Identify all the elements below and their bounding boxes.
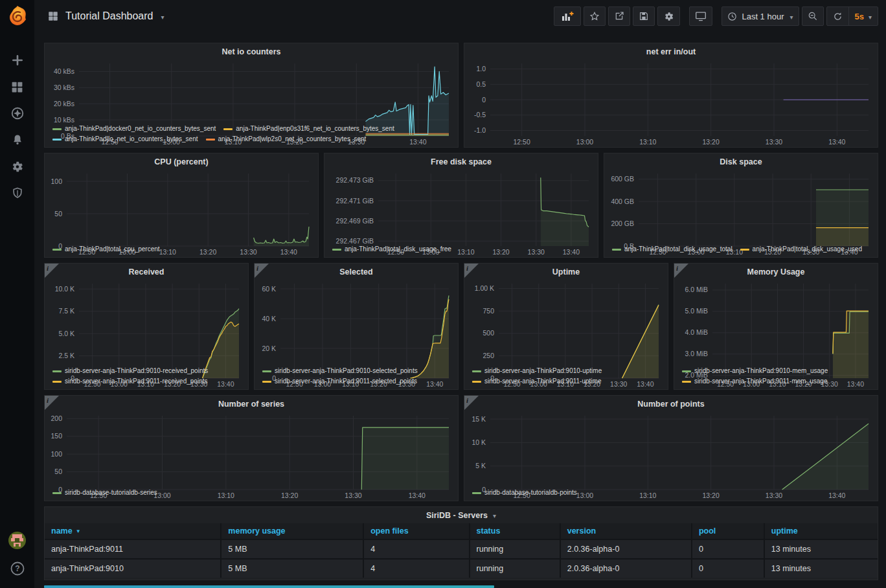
time-series-chart[interactable]: 12:5013:0013:1013:2013:3013:4005 K10 K15… bbox=[467, 412, 875, 488]
panel-uptime: Uptime 12:5013:0013:1013:2013:3013:40025… bbox=[464, 263, 668, 390]
series-color-mark bbox=[223, 128, 233, 130]
panel-title[interactable]: Free disk space bbox=[324, 153, 598, 170]
panel-title[interactable]: Number of series bbox=[45, 396, 458, 412]
panel-title[interactable]: Disk space bbox=[604, 153, 878, 170]
table-column-header[interactable]: pool bbox=[691, 523, 764, 539]
table-column-header[interactable]: open files bbox=[363, 523, 468, 539]
legend-item[interactable]: siridb-database-tutorialdb-points bbox=[472, 488, 577, 498]
dashboard-title-button[interactable]: Tutorial Dashboard bbox=[43, 8, 168, 25]
panel-title[interactable]: Memory Usage bbox=[674, 264, 878, 280]
refresh-interval-dropdown[interactable]: 5s bbox=[848, 7, 878, 25]
svg-text:100: 100 bbox=[51, 450, 62, 458]
svg-text:4.0 MiB: 4.0 MiB bbox=[685, 328, 708, 336]
help-icon[interactable]: ? bbox=[10, 561, 25, 579]
table-column-header[interactable]: memory usage bbox=[220, 523, 363, 539]
table-column-header[interactable]: version bbox=[560, 523, 691, 539]
svg-text:50: 50 bbox=[54, 210, 62, 218]
cycle-view-mode-button[interactable] bbox=[689, 6, 712, 26]
time-series-chart[interactable]: 12:5013:0013:1013:2013:3013:400250500750… bbox=[467, 280, 665, 366]
dashboard-canvas: Net io counters 12:5013:0013:1013:2013:3… bbox=[34, 32, 886, 588]
legend: siridb-server-anja-ThinkPad:9010-selecte… bbox=[255, 366, 458, 389]
legend-item[interactable]: siridb-server-anja-ThinkPad:9011-selecte… bbox=[262, 376, 417, 387]
legend-item[interactable]: siridb-server-anja-ThinkPad:9010-uptime bbox=[472, 366, 602, 376]
panel-title[interactable]: Received bbox=[45, 264, 248, 280]
panel-info-icon[interactable] bbox=[255, 264, 269, 278]
legend-item[interactable]: siridb-server-anja-ThinkPad:9011-receive… bbox=[52, 376, 207, 387]
dashboards-icon[interactable] bbox=[10, 79, 25, 95]
share-dashboard-button[interactable] bbox=[608, 6, 630, 26]
legend-item[interactable]: anja-ThinkPad|total_disk_usage_total bbox=[612, 244, 733, 254]
add-panel-button[interactable] bbox=[554, 6, 581, 26]
legend-item[interactable]: siridb-database-tutorialdb-series bbox=[52, 488, 157, 498]
series-name: siridb-database-tutorialdb-series bbox=[65, 488, 157, 498]
table-column-header[interactable]: status bbox=[469, 523, 560, 539]
refresh-button[interactable] bbox=[827, 7, 848, 25]
time-series-chart[interactable]: 12:5013:0013:1013:2013:3013:402.0 MiB3.0… bbox=[677, 280, 875, 366]
legend-item[interactable]: anja-ThinkPad|wlp2s0_net_io_counters_byt… bbox=[206, 134, 367, 144]
time-series-chart[interactable]: 12:5013:0013:1013:2013:3013:40292.467 Gi… bbox=[327, 170, 595, 244]
svg-text:1.00 K: 1.00 K bbox=[475, 284, 494, 292]
save-icon bbox=[639, 11, 649, 21]
table-cell: 13 minutes bbox=[764, 540, 878, 558]
legend-item[interactable]: anja-ThinkPad|total_disk_usage_used bbox=[740, 244, 862, 254]
panel-info-icon[interactable] bbox=[45, 264, 59, 278]
create-icon[interactable] bbox=[10, 52, 25, 68]
table-cell: 0 bbox=[691, 540, 764, 558]
time-series-chart[interactable]: 12:5013:0013:1013:2013:3013:400 Bs10 kBs… bbox=[47, 60, 455, 124]
legend-item[interactable]: siridb-server-anja-ThinkPad:9010-selecte… bbox=[262, 366, 418, 376]
user-avatar[interactable] bbox=[8, 532, 26, 552]
legend-item[interactable]: siridb-server-anja-ThinkPad:9010-mem_usa… bbox=[682, 366, 828, 376]
panel-info-icon[interactable] bbox=[674, 264, 688, 278]
explore-compass-icon[interactable] bbox=[10, 106, 25, 121]
legend-item[interactable]: anja-ThinkPad|lo_net_io_counters_bytes_s… bbox=[52, 134, 198, 144]
star-dashboard-button[interactable] bbox=[584, 6, 606, 26]
svg-text:500: 500 bbox=[483, 329, 494, 337]
legend-item[interactable]: anja-ThinkPad|total_cpu_percent bbox=[52, 244, 160, 254]
time-series-chart[interactable]: 12:5013:0013:1013:2013:3013:40-1.0-0.500… bbox=[467, 60, 875, 147]
legend-item[interactable]: siridb-server-anja-ThinkPad:9011-mem_usa… bbox=[682, 376, 827, 387]
svg-text:200 GB: 200 GB bbox=[611, 220, 634, 227]
svg-text:5.0 K: 5.0 K bbox=[58, 330, 74, 337]
legend-item[interactable]: anja-ThinkPad|total_disk_usage_free bbox=[332, 244, 451, 254]
server-admin-shield-icon[interactable] bbox=[10, 185, 25, 201]
panel-info-icon[interactable] bbox=[464, 396, 479, 410]
zoom-out-button[interactable] bbox=[802, 6, 824, 26]
panel-title[interactable]: CPU (percent) bbox=[45, 153, 318, 170]
legend: siridb-database-tutorialdb-points bbox=[464, 488, 878, 501]
table-column-header[interactable]: uptime bbox=[764, 523, 878, 539]
panel-title[interactable]: Uptime bbox=[464, 264, 668, 280]
alerting-bell-icon[interactable] bbox=[10, 132, 25, 148]
table-column-header[interactable]: name bbox=[45, 523, 220, 539]
panel-title[interactable]: Net io counters bbox=[45, 43, 458, 60]
panel-info-icon[interactable] bbox=[464, 264, 479, 278]
legend-item[interactable]: siridb-server-anja-ThinkPad:9011-uptime bbox=[472, 376, 601, 387]
time-series-chart[interactable]: 12:5013:0013:1013:2013:3013:4002.5 K5.0 … bbox=[47, 280, 245, 366]
dashboard-settings-button[interactable] bbox=[657, 6, 680, 26]
panel-title[interactable]: Number of points bbox=[464, 396, 878, 412]
grafana-logo[interactable] bbox=[6, 5, 29, 30]
panel-info-icon[interactable] bbox=[45, 396, 59, 410]
svg-text:-1.0: -1.0 bbox=[474, 126, 486, 134]
panel-title[interactable]: net err in/out bbox=[464, 43, 878, 60]
series-name: siridb-server-anja-ThinkPad:9010-selecte… bbox=[275, 366, 418, 376]
svg-text:750: 750 bbox=[483, 307, 494, 315]
time-series-chart[interactable]: 12:5013:0013:1013:2013:3013:400501001502… bbox=[47, 412, 455, 488]
series-name: siridb-server-anja-ThinkPad:9010-receive… bbox=[65, 366, 208, 376]
panel-title[interactable]: Selected bbox=[255, 264, 458, 280]
configuration-gear-icon[interactable] bbox=[10, 159, 25, 174]
svg-text:3.0 MiB: 3.0 MiB bbox=[685, 350, 708, 357]
series-name: anja-ThinkPad|enp0s31f6_net_io_counters_… bbox=[236, 124, 394, 134]
time-range-picker[interactable]: Last 1 hour bbox=[721, 6, 799, 26]
save-dashboard-button[interactable] bbox=[633, 6, 655, 26]
legend-item[interactable]: anja-ThinkPad|enp0s31f6_net_io_counters_… bbox=[223, 124, 394, 134]
legend-item[interactable]: anja-ThinkPad|docker0_net_io_counters_by… bbox=[52, 124, 216, 134]
legend-item[interactable]: siridb-server-anja-ThinkPad:9010-receive… bbox=[52, 366, 208, 376]
refresh-interval-label: 5s bbox=[855, 12, 864, 21]
series-color-mark bbox=[206, 139, 215, 141]
svg-text:292.467 GiB: 292.467 GiB bbox=[336, 237, 374, 245]
time-series-chart[interactable]: 12:5013:0013:1013:2013:3013:40020 K40 K6… bbox=[257, 280, 455, 366]
time-series-chart[interactable]: 12:5013:0013:1013:2013:3013:400 B200 GB4… bbox=[607, 170, 875, 244]
table-header-row: namememory usageopen filesstatusversionp… bbox=[45, 523, 878, 539]
panel-title[interactable]: SiriDB - Servers bbox=[45, 507, 878, 523]
time-series-chart[interactable]: 12:5013:0013:1013:2013:3013:40050100 bbox=[47, 170, 315, 244]
